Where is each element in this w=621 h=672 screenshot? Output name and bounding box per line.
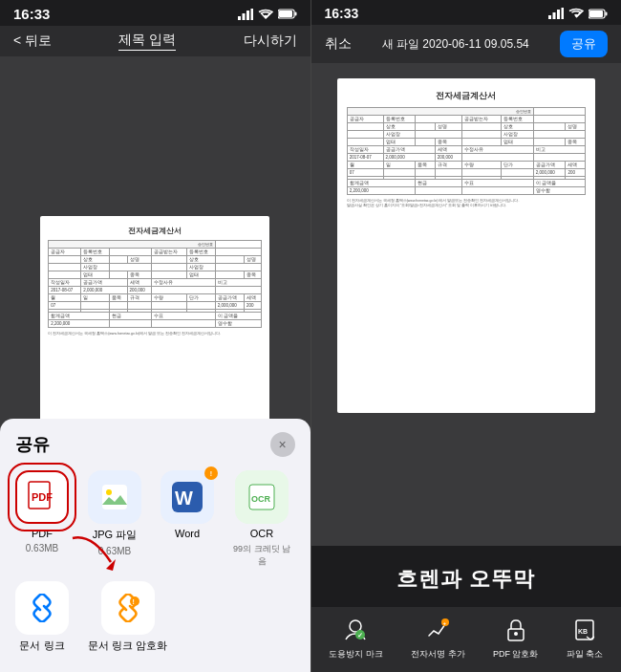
svg-rect-10 — [102, 485, 127, 509]
back-button[interactable]: < 뒤로 — [13, 33, 52, 50]
toolbar-pdfenc[interactable]: PDF 암호화 — [493, 615, 539, 661]
share-sheet-header: 공유 × — [15, 432, 295, 457]
red-arrow — [63, 529, 120, 576]
fileext-label: 파일 축소 — [567, 648, 604, 661]
svg-text:!: ! — [132, 598, 134, 605]
svg-rect-21 — [553, 12, 556, 19]
right-doc-paper: 전자세금계산서 승인번호 공급자등록번호공급받는자등록번호 상호성명상호성명 사… — [337, 78, 595, 413]
watermark-label: 도용방지 마크 — [329, 648, 383, 661]
jpg-icon-box — [88, 470, 141, 524]
share-button[interactable]: 공유 — [560, 31, 608, 57]
file-name-label: 새 파일 2020-06-11 09.05.54 — [382, 36, 529, 53]
watermark-icon: ✓ — [340, 615, 371, 645]
toolbar-fileext[interactable]: KB 파일 축소 — [567, 615, 604, 661]
word-sub — [186, 543, 189, 553]
signal-icon — [238, 9, 253, 20]
svg-point-11 — [106, 489, 112, 495]
left-time: 16:33 — [13, 6, 50, 22]
svg-text:KB: KB — [578, 628, 588, 635]
pdfenc-svg — [503, 617, 529, 643]
word-icon-box: W ! — [161, 470, 214, 524]
pdfenc-label: PDF 암호화 — [493, 648, 539, 661]
right-doc-area: 전자세금계산서 승인번호 공급자등록번호공급받는자등록번호 상호성명상호성명 사… — [311, 63, 622, 546]
left-status-bar: 16:33 — [0, 0, 310, 26]
left-panel: 16:33 < 뒤로 제목 입력 다시하기 — [0, 0, 310, 672]
right-top-nav: 취소 새 파일 2020-06-11 09.05.54 공유 — [311, 25, 622, 63]
share-sheet-title: 공유 — [15, 433, 50, 456]
bottom-toolbar: ✓ 도용방지 마크 + 전자서명 추가 — [311, 607, 622, 672]
right-doc-title: 전자세금계산서 — [347, 90, 586, 102]
pdf-icon: PDF — [25, 480, 59, 514]
left-doc-title: 전자세금계산서 — [48, 226, 262, 236]
right-status-icons — [548, 8, 608, 19]
cancel-button[interactable]: 취소 — [325, 35, 352, 53]
esign-label: 전자서명 추가 — [411, 648, 465, 661]
svg-point-18 — [130, 596, 139, 606]
svg-rect-0 — [238, 16, 241, 20]
svg-text:OCR: OCR — [251, 494, 271, 504]
esign-svg: + — [424, 617, 451, 643]
right-signal-icon — [548, 8, 564, 19]
share-icons-row: PDF PDF 0.63MB — [15, 470, 295, 568]
share-pdf-item[interactable]: PDF PDF 0.63MB — [15, 470, 69, 568]
refresh-button[interactable]: 다시하기 — [244, 33, 297, 50]
branding-text: 흐렌과 오뚜막 — [311, 546, 622, 607]
share-ocr-item[interactable]: OCR OCR 99의 크레딧 남음 — [233, 470, 290, 568]
svg-rect-22 — [557, 10, 560, 19]
right-panel: 16:33 취소 새 파일 2020-06-11 09.05.54 공유 — [311, 0, 622, 672]
svg-rect-25 — [589, 11, 603, 17]
fileext-svg: KB — [571, 617, 598, 643]
share-word-item[interactable]: W ! Word — [161, 470, 214, 568]
doc-link-icon-box — [15, 581, 69, 635]
ocr-sub: 99의 크레딧 남음 — [233, 543, 290, 568]
toolbar-watermark[interactable]: ✓ 도용방지 마크 — [329, 615, 383, 661]
doc-link-enc-label: 문서 링크 암호화 — [88, 639, 167, 653]
word-icon: W — [170, 480, 204, 514]
esign-icon: + — [422, 615, 453, 645]
right-wifi-icon — [568, 8, 584, 19]
link-enc-icon: ! — [114, 594, 142, 622]
ocr-icon-box: OCR — [235, 470, 289, 524]
right-battery-icon — [589, 9, 608, 19]
doc-table: 승인번호 공급자등록번호공급받는자등록번호 상호성명상호성명 사업장사업장 업태… — [48, 240, 262, 328]
svg-rect-26 — [606, 11, 608, 15]
doc-link-enc-item[interactable]: ! 문서 링크 암호화 — [88, 581, 167, 653]
doc-link-enc-icon-box: ! — [101, 581, 155, 635]
word-label: Word — [175, 528, 200, 539]
share-sheet: 공유 × PDF PDF 0.63MB — [0, 419, 310, 672]
svg-rect-20 — [548, 15, 551, 19]
right-doc-table: 승인번호 공급자등록번호공급받는자등록번호 상호성명상호성명 사업장사업장 업태… — [347, 107, 586, 195]
doc-link-label: 문서 링크 — [19, 639, 64, 653]
watermark-svg: ✓ — [342, 617, 369, 643]
ocr-label: OCR — [250, 528, 273, 539]
svg-rect-3 — [250, 9, 253, 20]
svg-rect-23 — [562, 8, 565, 19]
right-time: 16:33 — [325, 6, 359, 21]
doc-link-item[interactable]: 문서 링크 — [15, 581, 69, 653]
ocr-icon: OCR — [245, 480, 279, 514]
svg-rect-2 — [246, 11, 249, 20]
jpg-icon — [97, 480, 132, 514]
left-status-icons — [238, 9, 297, 20]
link-icon — [28, 594, 56, 622]
wifi-icon — [258, 9, 273, 20]
pdfenc-icon — [501, 615, 531, 645]
link-row: 문서 링크 ! 문서 링크 암호화 — [15, 581, 295, 653]
svg-point-33 — [514, 632, 518, 636]
left-top-nav: < 뒤로 제목 입력 다시하기 — [0, 26, 310, 56]
svg-text:+: + — [443, 620, 447, 626]
pdf-sub: 0.63MB — [26, 543, 58, 553]
nav-title[interactable]: 제목 입력 — [118, 32, 176, 51]
pdf-label: PDF — [32, 528, 53, 539]
svg-rect-6 — [294, 12, 296, 16]
svg-text:✓: ✓ — [357, 632, 363, 639]
right-status-bar: 16:33 — [311, 0, 622, 25]
toolbar-esign[interactable]: + 전자서명 추가 — [411, 615, 465, 661]
battery-icon — [278, 9, 297, 19]
close-button[interactable]: × — [270, 432, 295, 457]
svg-text:W: W — [175, 488, 193, 509]
svg-rect-5 — [279, 11, 292, 17]
svg-rect-1 — [242, 13, 245, 20]
svg-text:PDF: PDF — [32, 491, 53, 503]
word-badge: ! — [204, 466, 218, 480]
